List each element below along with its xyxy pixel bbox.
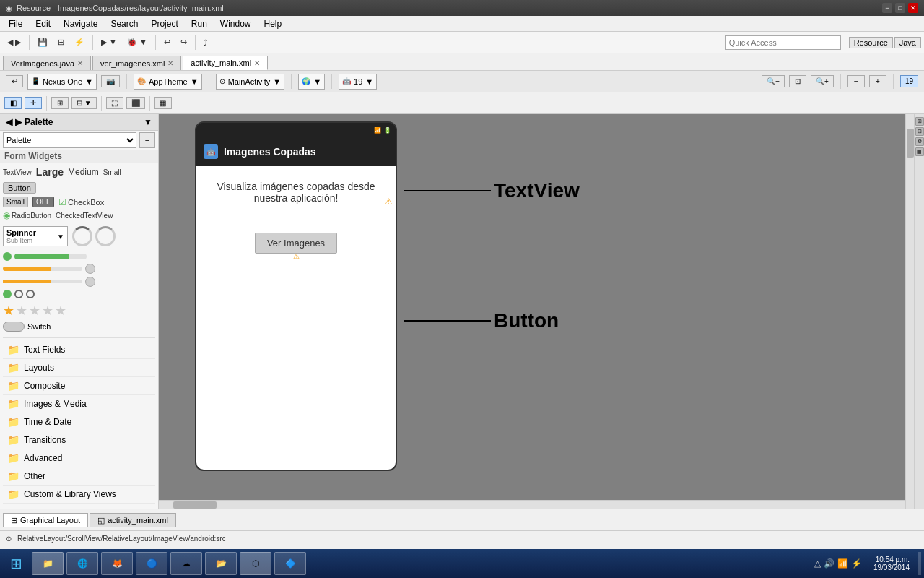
switch-widget[interactable]: Switch (3, 322, 155, 332)
radio-filled[interactable] (3, 290, 12, 298)
btn-zoom-out-1[interactable]: 🔍− (762, 75, 785, 87)
taskbar-app-chrome[interactable]: 🔵 (136, 552, 167, 575)
palette-toolbar-btn[interactable]: ≡ (139, 132, 155, 148)
palette-cat-custom-library[interactable]: 📁 Custom & Library Views (3, 486, 155, 504)
palette-cat-images-media[interactable]: 📁 Images & Media (3, 395, 155, 413)
stars-widget[interactable]: ★ ★ ★ ★ ★ (3, 303, 155, 319)
menu-help[interactable]: Help (258, 17, 288, 30)
btn-rotate[interactable]: ↩ (6, 75, 23, 87)
palette-cat-time-date[interactable]: 📁 Time & Date (3, 413, 155, 431)
tab-close-3[interactable]: ✕ (254, 59, 260, 67)
menu-edit[interactable]: Edit (30, 17, 56, 30)
taskbar-app-eclipse[interactable]: ⬡ (240, 552, 271, 575)
star-4[interactable]: ★ (42, 303, 53, 319)
tab-ver-imagenes-xml[interactable]: ver_imagenes.xml ✕ (92, 56, 181, 70)
widget-radiobutton[interactable]: ◉ RadioButton (3, 210, 51, 220)
device-button[interactable]: Ver Imagenes ⚠ (255, 233, 337, 254)
device-select[interactable]: 📱 Nexus One ▼ (27, 74, 97, 90)
btn-badge-19[interactable]: 19 (900, 75, 918, 87)
toolbar-btn-redo[interactable]: ↪ (176, 35, 191, 49)
activity-select[interactable]: ⊙ MainActivity ▼ (216, 74, 285, 90)
locale-select[interactable]: 🌍 ▼ (298, 74, 325, 90)
palette-cat-transitions[interactable]: 📁 Transitions (3, 431, 155, 449)
menu-project[interactable]: Project (145, 17, 183, 30)
slider-widget-2[interactable] (3, 277, 155, 287)
quick-access-input[interactable] (725, 35, 841, 50)
widget-checkbox[interactable]: ☑ CheckBox (58, 197, 104, 207)
android-select[interactable]: 🤖 19 ▼ (339, 74, 377, 90)
menu-file[interactable]: File (3, 17, 28, 30)
taskbar-app-8[interactable]: 🔷 (274, 552, 306, 575)
toolbar-btn-3[interactable]: ⊞ (53, 35, 69, 49)
right-panel-btn-4[interactable]: ▦ (915, 147, 924, 156)
palette-nav-fwd[interactable]: ▶ (15, 117, 22, 127)
toolbar-btn-export[interactable]: ⤴ (199, 36, 212, 49)
java-view-btn[interactable]: Java (894, 37, 921, 48)
radio-empty-1[interactable] (14, 290, 23, 298)
menu-navigate[interactable]: Navigate (58, 17, 103, 30)
palette-cat-other[interactable]: 📁 Other (3, 467, 155, 486)
slider-widget-1[interactable] (3, 264, 155, 274)
taskbar-app-skype[interactable]: ☁ (170, 552, 202, 575)
toolbar-btn-save[interactable]: 💾 (33, 35, 52, 49)
palette-nav-back[interactable]: ◀ (6, 117, 12, 127)
right-panel-btn-1[interactable]: ⊞ (915, 117, 924, 126)
menu-search[interactable]: Search (105, 17, 144, 30)
palette-section-form-widgets[interactable]: Form Widgets (0, 150, 158, 163)
btn-layout-2[interactable]: ⬛ (126, 97, 145, 109)
widget-small[interactable]: Small (103, 168, 121, 176)
tab-graphical-layout[interactable]: ⊞ Graphical Layout (3, 513, 88, 527)
toolbar-btn-4[interactable]: ⚡ (70, 35, 89, 49)
widget-spinner[interactable]: Spinner Sub Item ▼ (3, 226, 68, 246)
tab-close-2[interactable]: ✕ (167, 59, 173, 67)
palette-cat-layouts[interactable]: 📁 Layouts (3, 359, 155, 377)
toolbar-btn-undo[interactable]: ↩ (160, 35, 175, 49)
scroll-thumb-h[interactable] (173, 501, 217, 509)
star-5[interactable]: ★ (55, 303, 66, 319)
toolbar-btn-debug[interactable]: 🐞 ▼ (123, 35, 152, 49)
minimize-button[interactable]: − (882, 3, 892, 13)
taskbar-clock[interactable]: 10:54 p.m. 19/03/2014 (868, 556, 915, 571)
btn-zoom-in-1[interactable]: 🔍+ (811, 75, 834, 87)
btn-layout-1[interactable]: ⬚ (106, 97, 123, 109)
horizontal-scrollbar[interactable] (159, 500, 905, 509)
btn-zoom-in-2[interactable]: + (869, 75, 886, 87)
resource-view-btn[interactable]: Resource (849, 37, 893, 48)
start-button[interactable]: ⊞ (3, 552, 29, 575)
btn-select[interactable]: ◧ (4, 97, 22, 109)
star-2[interactable]: ★ (16, 303, 27, 319)
widget-large[interactable]: Large (36, 166, 64, 178)
widget-medium[interactable]: Medium (68, 167, 99, 177)
toolbar-btn-1[interactable]: ◀ ▶ (3, 35, 25, 49)
palette-cat-advanced[interactable]: 📁 Advanced (3, 449, 155, 467)
widget-small-btn[interactable]: Small (3, 197, 28, 207)
menu-window[interactable]: Window (214, 17, 257, 30)
vertical-scrollbar[interactable] (905, 114, 914, 509)
tab-verimagens-java[interactable]: VerImagenes.java ✕ (3, 56, 91, 70)
right-panel-btn-3[interactable]: ⚙ (915, 137, 924, 146)
tab-activity-main-xml[interactable]: activity_main.xml ✕ (183, 56, 268, 70)
theme-select[interactable]: 🎨 AppTheme ▼ (134, 74, 202, 90)
taskbar-app-ie[interactable]: 🌐 (66, 552, 98, 575)
widget-button[interactable]: Button (3, 182, 36, 194)
toolbar-btn-run[interactable]: ▶ ▼ (97, 35, 121, 49)
widget-checked-textview[interactable]: CheckedTextView (56, 212, 113, 220)
palette-dropdown[interactable]: ▼ (144, 117, 152, 127)
menu-run[interactable]: Run (186, 17, 213, 30)
widget-toggle[interactable]: OFF (32, 197, 54, 207)
tab-close-1[interactable]: ✕ (77, 59, 83, 67)
tab-activity-main-xml-bottom[interactable]: ◱ activity_main.xml (90, 513, 176, 527)
btn-zoom-out-2[interactable]: − (847, 75, 865, 87)
taskbar-app-6[interactable]: 📂 (205, 552, 237, 575)
radio-empty-2[interactable] (26, 290, 35, 298)
taskbar-app-firefox[interactable]: 🦊 (101, 552, 133, 575)
btn-zoom-fit[interactable]: ⊡ (789, 75, 806, 87)
palette-cat-composite[interactable]: 📁 Composite (3, 377, 155, 395)
btn-view-layout[interactable]: ⊟ ▼ (71, 97, 97, 109)
star-3[interactable]: ★ (29, 303, 40, 319)
btn-move[interactable]: ✛ (25, 97, 42, 109)
palette-cat-text-fields[interactable]: 📁 Text Fields (3, 341, 155, 359)
btn-screenshot[interactable]: 📷 (101, 75, 120, 87)
close-button[interactable]: ✕ (908, 3, 918, 13)
canvas-panel[interactable]: 📶 🔋 🤖 Imagenes Copadas Visualiza imágene… (159, 114, 914, 509)
